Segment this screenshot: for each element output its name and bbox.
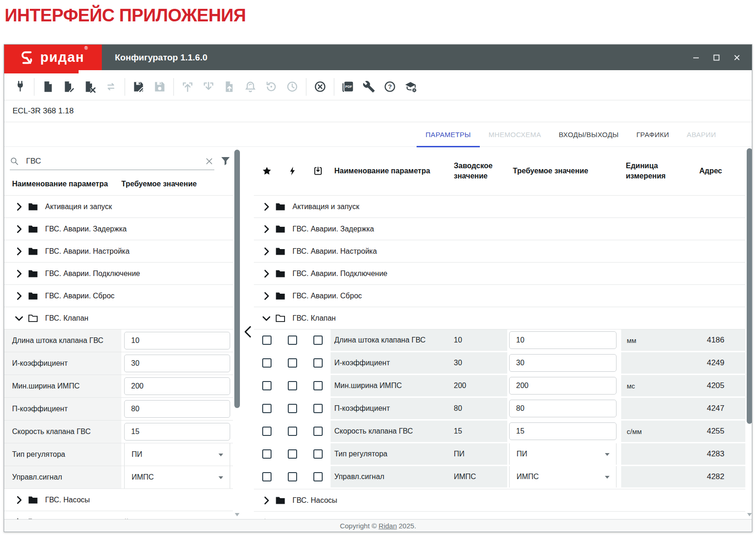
param-value-input[interactable]	[124, 423, 230, 441]
tab-parameters[interactable]: ПАРАМЕТРЫ	[417, 122, 479, 147]
load-checkbox[interactable]	[313, 404, 323, 413]
group-row-gvs-alarm-delay[interactable]: ГВС. Аварии. Задержка	[254, 218, 745, 240]
favorite-checkbox[interactable]	[262, 449, 272, 459]
param-value-input[interactable]	[124, 377, 230, 395]
group-row-gvs-valve-open[interactable]: ГВС. Клапан	[254, 307, 745, 329]
column-required-label: Требуемое значение	[507, 166, 621, 176]
upload-arrow-icon	[181, 80, 194, 93]
close-icon	[733, 54, 741, 61]
group-row-gvs-alarm-reset[interactable]: ГВС. Аварии. Сброс	[254, 285, 745, 307]
group-row-gvs-valve-open[interactable]: ГВС. Клапан	[4, 307, 233, 329]
required-value-select[interactable]: ПИ	[509, 443, 617, 465]
ridan-link[interactable]: Ridan	[378, 522, 397, 530]
required-value-input[interactable]	[509, 422, 617, 440]
burn-checkbox[interactable]	[288, 472, 297, 481]
group-row-gvs-main-settings[interactable]: ГВС. Основные настройки	[254, 512, 745, 519]
tab-alarms[interactable]: АВАРИИ	[678, 122, 725, 147]
save-edit-button[interactable]	[128, 78, 149, 96]
folder-icon	[27, 268, 39, 279]
svg-text:PDF: PDF	[345, 85, 352, 89]
load-checkbox[interactable]	[313, 336, 323, 345]
sync-arrows-icon	[105, 80, 117, 93]
group-row-gvs-alarm-connection[interactable]: ГВС. Аварии. Подключение	[4, 263, 233, 285]
load-checkbox[interactable]	[313, 472, 323, 481]
group-row-gvs-pumps[interactable]: ГВС. Насосы	[254, 489, 745, 512]
collapse-panel-button[interactable]	[242, 325, 255, 340]
right-scrollbar-thumb[interactable]	[747, 148, 752, 424]
load-checkbox[interactable]	[313, 449, 323, 459]
group-row-gvs-alarm-setup[interactable]: ГВС. Аварии. Настройка	[254, 240, 745, 263]
required-value-input[interactable]	[509, 331, 617, 349]
clear-search-icon[interactable]	[204, 156, 214, 166]
connect-plug-button[interactable]	[10, 78, 31, 96]
save-button[interactable]	[149, 78, 170, 96]
scroll-down-arrow-icon[interactable]	[747, 513, 752, 516]
param-value-select[interactable]: ИМПС	[124, 466, 230, 488]
param-value-input[interactable]	[124, 332, 230, 349]
burn-checkbox[interactable]	[288, 358, 297, 368]
favorite-checkbox[interactable]	[262, 427, 272, 436]
group-row-gvs-alarm-reset[interactable]: ГВС. Аварии. Сброс	[4, 285, 233, 307]
tab-graphs[interactable]: ГРАФИКИ	[628, 122, 678, 147]
file-upload-button[interactable]	[219, 78, 240, 96]
tab-mnemoscheme[interactable]: МНЕМОСХЕМА	[480, 122, 550, 147]
column-unit-label: Единица измерения	[621, 161, 672, 181]
group-row-gvs-pumps[interactable]: ГВС. Насосы	[4, 489, 233, 511]
burn-checkbox[interactable]	[288, 336, 297, 345]
param-value-input[interactable]	[124, 355, 230, 372]
group-row-gvs-alarm-delay[interactable]: ГВС. Аварии. Задержка	[4, 218, 233, 240]
close-button[interactable]	[730, 51, 743, 64]
folder-icon	[275, 246, 286, 257]
load-checkbox[interactable]	[313, 427, 323, 436]
cancel-button[interactable]	[310, 78, 331, 96]
minimize-button[interactable]	[690, 51, 703, 64]
burn-checkbox[interactable]	[288, 381, 297, 390]
burn-checkbox[interactable]	[288, 427, 297, 436]
burn-checkbox[interactable]	[288, 404, 297, 413]
training-button[interactable]	[400, 78, 421, 96]
left-scrollbar-thumb[interactable]	[234, 150, 240, 408]
history-clock-button[interactable]	[282, 78, 303, 96]
search-input[interactable]	[25, 156, 204, 166]
tab-inputs-outputs[interactable]: ВХОДЫ/ВЫХОДЫ	[550, 122, 628, 147]
required-value-input[interactable]	[509, 354, 617, 372]
group-row-gvs-main-settings[interactable]: ГВС. Основные настройки	[4, 511, 233, 519]
maximize-button[interactable]	[710, 51, 723, 64]
download-button[interactable]	[198, 78, 219, 96]
param-value-input[interactable]	[124, 400, 230, 418]
service-wrench-button[interactable]	[358, 78, 379, 96]
filter-icon[interactable]	[220, 155, 231, 166]
load-checkbox[interactable]	[313, 381, 323, 390]
required-value-input[interactable]	[509, 377, 617, 395]
group-row-activation[interactable]: Активация и запуск	[254, 196, 745, 218]
required-value-input[interactable]	[509, 400, 617, 417]
folder-icon	[275, 224, 286, 235]
load-checkbox[interactable]	[313, 358, 323, 368]
favorite-checkbox[interactable]	[262, 472, 272, 481]
chevron-right-icon	[13, 246, 25, 257]
favorite-checkbox[interactable]	[262, 336, 272, 345]
param-value-select[interactable]: ПИ	[124, 443, 230, 466]
undo-restore-button[interactable]	[261, 78, 282, 96]
group-row-activation[interactable]: Активация и запуск	[4, 196, 233, 218]
chevron-down-icon	[261, 313, 272, 324]
scroll-down-arrow-icon[interactable]	[235, 513, 239, 516]
toolbar-separator	[125, 78, 125, 96]
file-new-button[interactable]	[38, 78, 59, 96]
file-delete-button[interactable]	[80, 78, 100, 96]
burn-checkbox[interactable]	[288, 449, 297, 459]
compare-sync-button[interactable]	[100, 78, 121, 96]
group-row-gvs-alarm-setup[interactable]: ГВС. Аварии. Настройка	[4, 240, 233, 263]
favorite-checkbox[interactable]	[262, 358, 272, 368]
toolbar-separator	[334, 78, 334, 96]
favorite-checkbox[interactable]	[262, 381, 272, 390]
toolbar-separator	[173, 78, 174, 96]
pdf-report-button[interactable]: PDF	[338, 78, 358, 96]
alarm-restore-button[interactable]	[240, 78, 261, 96]
group-row-gvs-alarm-connection[interactable]: ГВС. Аварии. Подключение	[254, 263, 745, 285]
favorite-checkbox[interactable]	[262, 404, 272, 413]
required-value-select[interactable]: ИМПС	[509, 466, 617, 487]
upload-button[interactable]	[177, 78, 198, 96]
file-edit-button[interactable]	[59, 78, 80, 96]
help-button[interactable]: ?	[379, 78, 400, 96]
